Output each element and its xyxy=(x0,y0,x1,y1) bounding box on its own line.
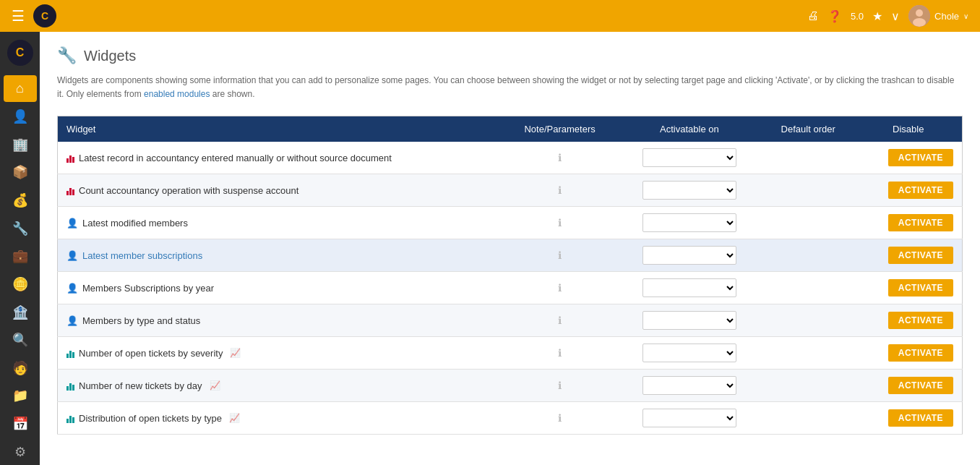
page-select-dropdown[interactable]: Home Dashboard xyxy=(642,278,736,297)
activate-button[interactable]: ACTIVATE xyxy=(888,377,953,394)
help-icon[interactable]: ❓ xyxy=(828,9,842,23)
disable-cell: ACTIVATE xyxy=(855,142,963,174)
sidebar-item-home[interactable]: ⌂ xyxy=(4,75,37,102)
info-icon[interactable]: ℹ xyxy=(558,315,562,326)
activate-button[interactable]: ACTIVATE xyxy=(888,312,953,329)
chart-icon: 📈 xyxy=(229,413,240,423)
activate-button[interactable]: ACTIVATE xyxy=(888,182,953,199)
page-select-dropdown[interactable]: Home Dashboard xyxy=(642,376,736,395)
info-icon[interactable]: ℹ xyxy=(558,347,562,359)
default-order-cell xyxy=(762,272,855,304)
activatable-cell: Home Dashboard xyxy=(617,370,762,402)
info-icon[interactable]: ℹ xyxy=(558,184,562,196)
page-select-dropdown[interactable]: Home Dashboard xyxy=(642,181,736,200)
sidebar-item-files[interactable]: 📁 xyxy=(4,383,37,409)
widget-name-link[interactable]: Latest member subscriptions xyxy=(82,250,202,261)
default-order-cell xyxy=(762,174,855,207)
info-icon[interactable]: ℹ xyxy=(558,380,562,391)
widget-name-cell: 👤 Latest modified members xyxy=(58,207,503,239)
widgets-icon: 🔧 xyxy=(57,46,77,65)
page-select-dropdown[interactable]: Home Dashboard xyxy=(642,311,736,330)
sidebar-item-projects[interactable]: 💼 xyxy=(4,243,37,270)
sidebar-item-finance[interactable]: 💰 xyxy=(4,187,37,214)
chevron-down-icon[interactable]: ∨ xyxy=(891,9,900,23)
table-row: 👤 Latest modified members ℹ Home Dashboa… xyxy=(58,207,963,239)
logo-area: C xyxy=(33,4,807,27)
left-sidebar: ⌂ 👤 🏢 📦 💰 🔧 💼 🪙 🏦 🔍 🧑 📁 📅 ⚙ xyxy=(0,32,40,465)
page-select-dropdown[interactable]: Home Dashboard xyxy=(642,344,736,362)
sidebar-item-settings[interactable]: ⚙ xyxy=(4,438,37,465)
sidebar-item-search[interactable]: 🔍 xyxy=(4,327,37,354)
user-avatar xyxy=(908,5,930,27)
table-row: 👤 Latest member subscriptions ℹ Home Das… xyxy=(58,239,963,272)
default-order-cell xyxy=(762,142,855,174)
star-icon[interactable]: ★ xyxy=(872,9,882,23)
person-icon: 👤 xyxy=(66,250,78,261)
info-icon[interactable]: ℹ xyxy=(558,217,562,229)
page-select-dropdown[interactable]: Home Dashboard xyxy=(642,246,736,265)
info-cell: ℹ xyxy=(502,402,617,435)
info-cell: ℹ xyxy=(502,272,617,304)
info-icon[interactable]: ℹ xyxy=(558,282,562,294)
col-note: Note/Parameters xyxy=(502,116,617,142)
sidebar-item-accounting[interactable]: 🪙 xyxy=(4,271,37,298)
table-row: Latest record in accountancy entered man… xyxy=(58,142,963,174)
page-description: Widgets are components showing some info… xyxy=(57,74,963,101)
default-order-cell xyxy=(762,304,855,337)
activatable-cell: Home Dashboard xyxy=(617,304,762,337)
activate-button[interactable]: ACTIVATE xyxy=(888,409,953,427)
activate-button[interactable]: ACTIVATE xyxy=(888,247,953,264)
table-header-row: Widget Note/Parameters Activatable on De… xyxy=(58,116,963,142)
activate-button[interactable]: ACTIVATE xyxy=(888,214,953,231)
activate-button[interactable]: ACTIVATE xyxy=(888,344,953,362)
info-icon[interactable]: ℹ xyxy=(558,249,562,261)
table-row: Distribution of open tickets by type📈 ℹ … xyxy=(58,402,963,435)
activate-button[interactable]: ACTIVATE xyxy=(888,279,953,297)
hamburger-button[interactable]: ☰ xyxy=(12,7,25,25)
enabled-modules-link[interactable]: enabled modules xyxy=(144,89,210,99)
widget-name-cell: Latest record in accountancy entered man… xyxy=(58,142,503,174)
user-menu[interactable]: Chole ∨ xyxy=(908,5,968,27)
sidebar-item-products[interactable]: 📦 xyxy=(4,159,37,186)
page-title: Widgets xyxy=(84,48,136,64)
info-cell: ℹ xyxy=(502,337,617,370)
default-order-cell xyxy=(762,207,855,239)
default-order-cell xyxy=(762,370,855,402)
info-icon[interactable]: ℹ xyxy=(558,412,562,424)
widget-name-text: Members Subscriptions by year xyxy=(82,283,214,294)
page-select-dropdown[interactable]: Home Dashboard xyxy=(642,409,736,427)
sidebar-item-company[interactable]: 🏢 xyxy=(4,131,37,158)
activate-button[interactable]: ACTIVATE xyxy=(888,149,953,166)
widgets-table: Widget Note/Parameters Activatable on De… xyxy=(57,116,963,435)
widget-name-cell: Distribution of open tickets by type📈 xyxy=(58,402,503,435)
sidebar-item-user[interactable]: 👤 xyxy=(4,103,37,130)
activatable-cell: Home Dashboard xyxy=(617,337,762,370)
navbar-right-icons: 🖨 ❓ 5.0 ★ ∨ Chole ∨ xyxy=(807,5,968,27)
table-row: Number of open tickets by severity📈 ℹ Ho… xyxy=(58,337,963,370)
sidebar-item-bank[interactable]: 🏦 xyxy=(4,299,37,325)
sidebar-item-calendar[interactable]: 📅 xyxy=(4,411,37,438)
info-cell: ℹ xyxy=(502,174,617,207)
widget-name-text: Number of open tickets by severity xyxy=(79,348,223,359)
svg-point-1 xyxy=(916,9,923,17)
page-select-dropdown[interactable]: Home Dashboard xyxy=(642,148,736,167)
top-navbar: ☰ C 🖨 ❓ 5.0 ★ ∨ Chole ∨ xyxy=(0,0,980,32)
info-cell: ℹ xyxy=(502,370,617,402)
sidebar-item-members[interactable]: 🧑 xyxy=(4,355,37,382)
table-row: Number of new tickets by day📈 ℹ Home Das… xyxy=(58,370,963,402)
col-default-order: Default order xyxy=(762,116,855,142)
sidebar-logo xyxy=(4,38,37,68)
sidebar-item-tools[interactable]: 🔧 xyxy=(4,215,37,242)
ticket-icon xyxy=(66,348,74,358)
table-row: Count accountancy operation with suspens… xyxy=(58,174,963,207)
print-icon[interactable]: 🖨 xyxy=(807,9,819,22)
disable-cell: ACTIVATE xyxy=(855,370,963,402)
app-logo: C xyxy=(33,4,56,27)
disable-cell: ACTIVATE xyxy=(855,239,963,272)
page-select-dropdown[interactable]: Home Dashboard xyxy=(642,213,736,232)
widget-name-cell: 👤 Members Subscriptions by year xyxy=(58,272,503,304)
widget-name-text: Members by type and status xyxy=(82,315,200,326)
info-icon[interactable]: ℹ xyxy=(558,152,562,163)
disable-cell: ACTIVATE xyxy=(855,337,963,370)
person-icon: 👤 xyxy=(66,283,78,294)
